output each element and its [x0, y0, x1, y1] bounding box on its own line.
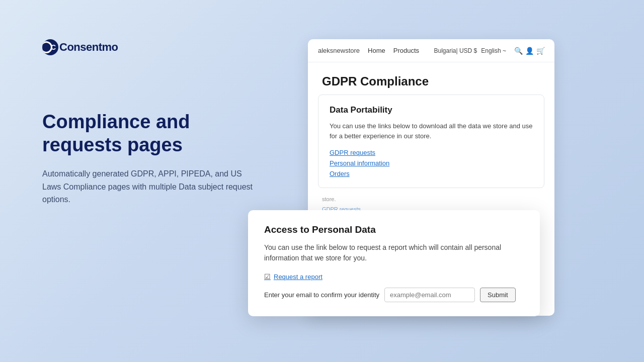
nav-links: Home Products: [368, 47, 419, 54]
access-card-description: You can use the link below to request a …: [264, 242, 524, 263]
logo-icon: [42, 39, 58, 55]
nav-home[interactable]: Home: [368, 47, 385, 54]
nav-language[interactable]: English ~: [481, 47, 506, 54]
orders-link[interactable]: Orders: [330, 170, 533, 177]
nav-currency[interactable]: Bulgaria| USD $: [434, 47, 477, 54]
card-links: GDPR requests Personal information Order…: [330, 149, 533, 177]
request-report-link[interactable]: Request a report: [264, 273, 524, 281]
access-card-title: Access to Personal Data: [264, 224, 524, 235]
access-card: Access to Personal Data You can use the …: [248, 210, 540, 316]
search-icon[interactable]: 🔍: [514, 47, 522, 55]
submit-button[interactable]: Submit: [480, 288, 515, 302]
data-portability-card: Data Portability You can use the links b…: [318, 95, 544, 188]
page-title-area: GDPR Compliance: [308, 62, 554, 95]
nav-icons: 🔍 👤 🛒: [514, 47, 544, 55]
email-input[interactable]: [384, 288, 475, 302]
store-name: aleksnewstore: [318, 47, 360, 54]
logo: Consentmo: [42, 39, 118, 55]
main-description: Automatically generated GDPR, APPI, PIPE…: [42, 167, 254, 206]
left-content: Compliance and requests pages Automatica…: [42, 111, 254, 206]
nav-bar: aleksnewstore Home Products Bulgaria| US…: [308, 39, 554, 62]
account-icon[interactable]: 👤: [525, 47, 533, 55]
card-title: Data Portability: [330, 105, 533, 115]
gdpr-requests-link[interactable]: GDPR requests: [330, 149, 533, 156]
email-label: Enter your email to confirm your identit…: [264, 291, 379, 299]
nav-products[interactable]: Products: [393, 47, 419, 54]
main-heading: Compliance and requests pages: [42, 111, 254, 156]
report-link-text: Request a report: [274, 273, 323, 281]
cart-icon[interactable]: 🛒: [536, 47, 544, 55]
email-form: Enter your email to confirm your identit…: [264, 288, 524, 302]
logo-text: Consentmo: [59, 41, 118, 54]
card-description: You can use the links below to download …: [330, 121, 533, 141]
bg-description: store.: [322, 196, 540, 202]
nav-right: Bulgaria| USD $ English ~ 🔍 👤 🛒: [434, 47, 544, 55]
page-title: GDPR Compliance: [322, 74, 540, 88]
personal-information-link[interactable]: Personal information: [330, 159, 533, 167]
